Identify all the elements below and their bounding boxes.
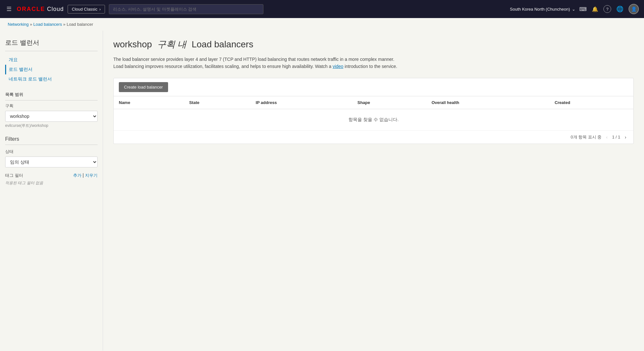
sidebar: 로드 밸런서 개요 로드 밸런서 네트워크 로드 밸런서 목록 범위 구획 wo… [0, 31, 103, 351]
nav-icons: ⌨ 🔔 ? 🌐 👤 [579, 4, 639, 14]
table-empty-row: 항목을 찾을 수 없습니다. [114, 109, 633, 130]
sidebar-item-network-lb[interactable]: 네트워크 로드 밸런서 [5, 74, 98, 84]
compartment-label: 구획 [5, 103, 98, 109]
scope-section-title: 목록 범위 [5, 92, 98, 100]
globe-icon[interactable]: 🌐 [616, 5, 623, 13]
sidebar-item-load-balancers[interactable]: 로드 밸런서 [5, 65, 98, 74]
avatar[interactable]: 👤 [629, 4, 639, 14]
oracle-text: ORACLE [17, 6, 45, 13]
compartment-path: evilcurse(루트)/workshop [5, 123, 98, 128]
filters-title: Filters [5, 136, 98, 145]
col-ip-address: IP address [251, 96, 352, 109]
state-filter-select[interactable]: 임의 상태 [5, 157, 98, 167]
tag-filter-label: 태그 필터 [5, 173, 23, 178]
page-description: The load balancer service provides layer… [113, 56, 403, 70]
col-created: Created [549, 96, 633, 109]
compartment-select[interactable]: workshop [5, 111, 98, 122]
breadcrumb: Networking » Load balancers » Load balan… [0, 18, 644, 31]
cloud-text: Cloud [47, 6, 64, 13]
oracle-logo: ORACLE Cloud [17, 6, 64, 13]
breadcrumb-load-balancers[interactable]: Load balancers [33, 22, 62, 27]
breadcrumb-sep-1: » [30, 22, 32, 27]
table-toolbar: Create load balancer [114, 78, 633, 96]
col-overall-health: Overall health [426, 96, 549, 109]
page-title: workshop 구획 내 Load balancers [113, 38, 634, 51]
region-selector[interactable]: South Korea North (Chuncheon) ⌄ [510, 7, 575, 12]
tag-clear-link[interactable]: 지우기 [85, 173, 98, 178]
video-link[interactable]: video [333, 64, 343, 69]
bell-icon[interactable]: 🔔 [592, 6, 598, 12]
tag-filter-links: 추가 | 지우기 [73, 173, 98, 178]
page-title-suffix: Load balancers [192, 39, 253, 49]
code-icon[interactable]: ⌨ [579, 6, 587, 12]
help-icon[interactable]: ? [603, 5, 611, 13]
empty-message: 항목을 찾을 수 없습니다. [114, 109, 633, 130]
pagination-page: 1 / 1 [612, 135, 620, 139]
pagination-prev-button[interactable]: ‹ [604, 134, 610, 140]
page-title-italic: 구획 내 [157, 39, 187, 49]
table-section: Create load balancer Name State IP addre… [113, 78, 634, 144]
sidebar-nav: 개요 로드 밸런서 네트워크 로드 밸런서 [5, 55, 98, 84]
load-balancers-table: Name State IP address Shape Overall heal… [114, 96, 633, 131]
search-input[interactable] [109, 4, 263, 14]
pagination-next-button[interactable]: › [623, 134, 628, 140]
tag-add-link[interactable]: 추가 [73, 173, 81, 178]
col-state: State [184, 96, 251, 109]
col-shape: Shape [352, 96, 426, 109]
table-header: Name State IP address Shape Overall heal… [114, 96, 633, 109]
tag-sep: | [82, 173, 84, 178]
pagination-info: 0개 항목 표시 중 [571, 134, 601, 140]
main-content: workshop 구획 내 Load balancers The load ba… [103, 31, 644, 351]
no-filter-text: 적용된 태그 필터 없음 [5, 180, 98, 186]
table-body: 항목을 찾을 수 없습니다. [114, 109, 633, 130]
sidebar-title: 로드 밸런서 [5, 38, 98, 51]
page-title-workshop: workshop [113, 39, 152, 49]
col-name: Name [114, 96, 184, 109]
page-layout: 로드 밸런서 개요 로드 밸런서 네트워크 로드 밸런서 목록 범위 구획 wo… [0, 31, 644, 351]
cloud-classic-button[interactable]: Cloud Classic › [68, 5, 105, 14]
create-load-balancer-button[interactable]: Create load balancer [119, 82, 168, 92]
top-navigation: ☰ ORACLE Cloud Cloud Classic › South Kor… [0, 0, 644, 18]
state-filter-label: 상태 [5, 149, 98, 155]
breadcrumb-current: Load balancer [67, 22, 93, 27]
sidebar-item-overview[interactable]: 개요 [5, 55, 98, 65]
pagination-row: 0개 항목 표시 중 ‹ 1 / 1 › [114, 131, 633, 144]
breadcrumb-sep-2: » [63, 22, 65, 27]
hamburger-menu-icon[interactable]: ☰ [5, 4, 13, 14]
breadcrumb-networking[interactable]: Networking [8, 22, 29, 27]
